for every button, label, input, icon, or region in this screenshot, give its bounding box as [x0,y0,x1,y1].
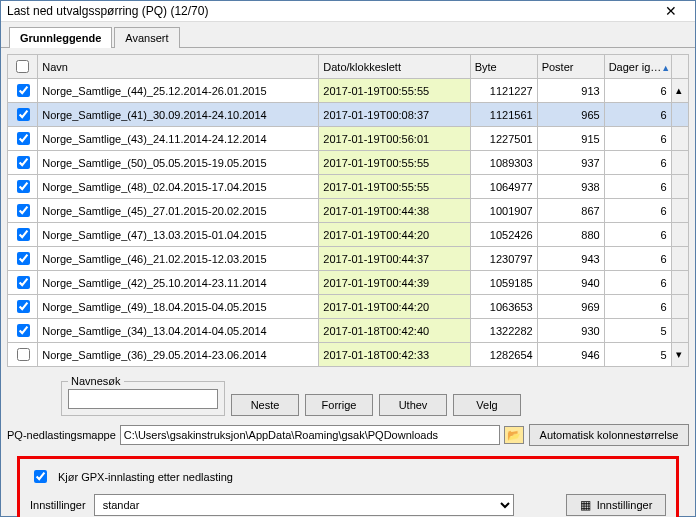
row-checkbox-cell[interactable] [8,343,38,367]
header-checkbox[interactable] [8,55,38,79]
row-checkbox[interactable] [17,348,30,361]
scrollbar-cell [671,247,688,271]
table-row[interactable]: Norge_Samtlige_(34)_13.04.2014-04.05.201… [8,319,689,343]
path-input[interactable] [120,425,500,445]
cell-days: 6 [604,223,671,247]
table-row[interactable]: Norge_Samtlige_(46)_21.02.2015-12.03.201… [8,247,689,271]
pq-table[interactable]: Navn Dato/klokkeslett Byte Poster Dager … [7,54,689,367]
scrollbar-cell[interactable]: ▾ [671,343,688,367]
settings-select[interactable]: standar [94,494,514,516]
scrollbar-cell [671,295,688,319]
table-row[interactable]: Norge_Samtlige_(45)_27.01.2015-20.02.201… [8,199,689,223]
next-button[interactable]: Neste [231,394,299,416]
tab-basic[interactable]: Grunnleggende [9,27,112,48]
auto-column-button[interactable]: Automatisk kolonnestørrelse [529,424,689,446]
path-label: PQ-nedlastingsmappe [7,429,116,441]
cell-byte: 1282654 [470,343,537,367]
row-checkbox[interactable] [17,132,30,145]
grid-icon [580,499,592,511]
name-search-field: Navnesøk [61,375,225,416]
row-checkbox-cell[interactable] [8,319,38,343]
select-button[interactable]: Velg [453,394,521,416]
cell-byte: 1227501 [470,127,537,151]
table-row[interactable]: Norge_Samtlige_(36)_29.05.2014-23.06.201… [8,343,689,367]
cell-byte: 1322282 [470,319,537,343]
row-checkbox[interactable] [17,156,30,169]
scrollbar-head [671,55,688,79]
cell-name: Norge_Samtlige_(42)_25.10.2014-23.11.201… [38,271,319,295]
row-checkbox-cell[interactable] [8,247,38,271]
highlight-button[interactable]: Uthev [379,394,447,416]
row-checkbox-cell[interactable] [8,223,38,247]
cell-date: 2017-01-19T00:55:55 [319,79,470,103]
cell-date: 2017-01-19T00:55:55 [319,151,470,175]
row-checkbox[interactable] [17,108,30,121]
row-checkbox-cell[interactable] [8,151,38,175]
cell-byte: 1230797 [470,247,537,271]
settings-label: Innstillinger [30,499,86,511]
row-checkbox[interactable] [17,84,30,97]
row-checkbox[interactable] [17,324,30,337]
row-checkbox-cell[interactable] [8,271,38,295]
cell-byte: 1001907 [470,199,537,223]
row-checkbox-cell[interactable] [8,79,38,103]
settings-button[interactable]: Innstillinger [566,494,666,516]
select-all-checkbox[interactable] [16,60,29,73]
scrollbar-cell [671,199,688,223]
header-date[interactable]: Dato/klokkeslett [319,55,470,79]
cell-days: 6 [604,199,671,223]
cell-days: 6 [604,151,671,175]
cell-posts: 940 [537,271,604,295]
table-row[interactable]: Norge_Samtlige_(49)_18.04.2015-04.05.201… [8,295,689,319]
scrollbar-cell[interactable]: ▴ [671,79,688,103]
grid-wrap: Navn Dato/klokkeslett Byte Poster Dager … [7,54,689,367]
row-checkbox[interactable] [17,228,30,241]
scrollbar-cell [671,319,688,343]
cell-name: Norge_Samtlige_(43)_24.11.2014-24.12.201… [38,127,319,151]
row-checkbox-cell[interactable] [8,295,38,319]
cell-date: 2017-01-19T00:44:39 [319,271,470,295]
cell-date: 2017-01-18T00:42:40 [319,319,470,343]
row-checkbox[interactable] [17,300,30,313]
cell-posts: 867 [537,199,604,223]
cell-days: 6 [604,127,671,151]
cell-posts: 938 [537,175,604,199]
table-row[interactable]: Norge_Samtlige_(44)_25.12.2014-26.01.201… [8,79,689,103]
row-checkbox-cell[interactable] [8,103,38,127]
scrollbar-cell [671,103,688,127]
tab-advanced[interactable]: Avansert [114,27,179,48]
path-row: PQ-nedlastingsmappe 📂 Automatisk kolonne… [7,424,689,446]
close-icon[interactable]: ✕ [653,1,689,21]
cell-name: Norge_Samtlige_(49)_18.04.2015-04.05.201… [38,295,319,319]
row-checkbox-cell[interactable] [8,127,38,151]
table-row[interactable]: Norge_Samtlige_(48)_02.04.2015-17.04.201… [8,175,689,199]
cell-byte: 1121227 [470,79,537,103]
cell-name: Norge_Samtlige_(47)_13.03.2015-01.04.201… [38,223,319,247]
cell-date: 2017-01-19T00:08:37 [319,103,470,127]
table-row[interactable]: Norge_Samtlige_(47)_13.03.2015-01.04.201… [8,223,689,247]
name-search-input[interactable] [68,389,218,409]
row-checkbox[interactable] [17,252,30,265]
cell-days: 6 [604,271,671,295]
row-checkbox-cell[interactable] [8,199,38,223]
header-days[interactable]: Dager ig…▲ [604,55,671,79]
gpx-load-checkbox[interactable] [34,470,47,483]
cell-byte: 1121561 [470,103,537,127]
header-name[interactable]: Navn [38,55,319,79]
cell-days: 6 [604,295,671,319]
table-row[interactable]: Norge_Samtlige_(41)_30.09.2014-24.10.201… [8,103,689,127]
folder-icon[interactable]: 📂 [504,426,524,444]
table-row[interactable]: Norge_Samtlige_(43)_24.11.2014-24.12.201… [8,127,689,151]
header-byte[interactable]: Byte [470,55,537,79]
name-search-label: Navnesøk [68,375,124,387]
row-checkbox[interactable] [17,204,30,217]
table-row[interactable]: Norge_Samtlige_(42)_25.10.2014-23.11.201… [8,271,689,295]
cell-byte: 1063653 [470,295,537,319]
header-posts[interactable]: Poster [537,55,604,79]
table-row[interactable]: Norge_Samtlige_(50)_05.05.2015-19.05.201… [8,151,689,175]
prev-button[interactable]: Forrige [305,394,373,416]
row-checkbox-cell[interactable] [8,175,38,199]
row-checkbox[interactable] [17,276,30,289]
scrollbar-cell [671,271,688,295]
row-checkbox[interactable] [17,180,30,193]
